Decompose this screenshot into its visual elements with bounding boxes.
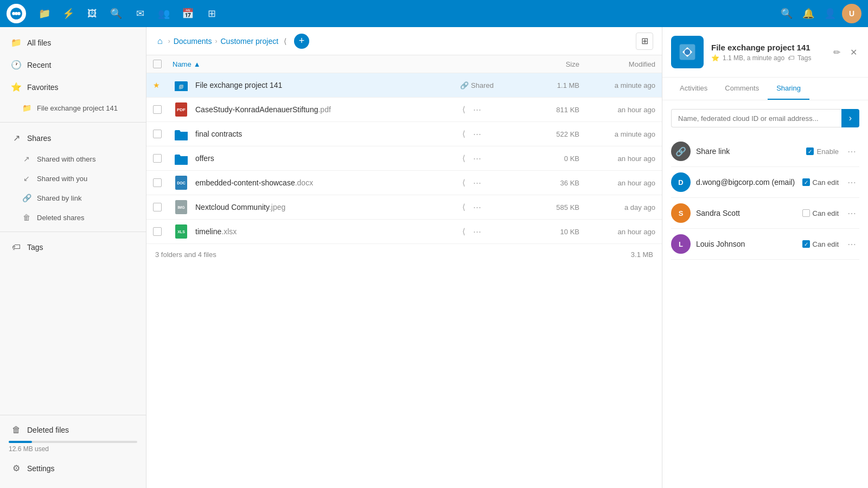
sidebar-item-deleted-shares[interactable]: 🗑 Deleted shares: [2, 208, 144, 227]
share-action-icon[interactable]: ⟨: [460, 224, 468, 239]
col-header-size[interactable]: Size: [525, 60, 579, 68]
sidebar-item-deleted-files[interactable]: 🗑 Deleted files: [2, 420, 144, 440]
file-meta-size-date: 1.1 MB, a minute ago: [723, 54, 784, 62]
share-action-icon[interactable]: ⟨: [460, 151, 468, 165]
can-edit-checkbox[interactable]: ✓: [802, 240, 810, 248]
breadcrumb-home[interactable]: ⌂: [155, 34, 165, 48]
files-nav-icon[interactable]: 📁: [35, 4, 54, 23]
search-nav-icon[interactable]: 🔍: [106, 4, 126, 23]
table-row[interactable]: final contracts ⟨ ⋯ 522 KB a minute ago: [146, 122, 662, 146]
breadcrumb-documents[interactable]: Documents: [174, 37, 212, 46]
file-checkbox[interactable]: [153, 154, 173, 163]
sidebar-label-deleted-files: Deleted files: [27, 426, 69, 434]
file-checkbox[interactable]: [153, 227, 173, 236]
fav-file-icon: 📁: [22, 104, 31, 112]
share-link-more-icon[interactable]: ⋯: [844, 145, 859, 158]
file-shared-status: ⟨ ⋯: [460, 151, 525, 165]
file-checkbox[interactable]: [153, 105, 173, 114]
sidebar-item-favorites[interactable]: ⭐ Favorites: [2, 76, 144, 98]
more-action-icon[interactable]: ⋯: [471, 151, 483, 165]
sidebar-item-shared-with-you[interactable]: ↙ Shared with you: [2, 169, 144, 188]
nav-right-actions: 🔍 🔔 👤 U: [777, 4, 861, 23]
global-search-icon[interactable]: 🔍: [777, 4, 796, 23]
user-more-icon[interactable]: ⋯: [844, 176, 859, 189]
mail-nav-icon[interactable]: ✉: [130, 4, 150, 23]
breadcrumb-project[interactable]: Customer project: [220, 37, 278, 46]
row-checkbox[interactable]: [153, 227, 162, 236]
user-avatar[interactable]: U: [842, 4, 861, 23]
file-info: offers: [173, 150, 460, 167]
row-checkbox[interactable]: [153, 178, 162, 187]
more-action-icon[interactable]: ⋯: [471, 176, 483, 190]
contacts-nav-icon[interactable]: 👥: [154, 4, 174, 23]
share-action-icon[interactable]: ⟨: [460, 176, 468, 190]
share-action-icon[interactable]: ⟨: [460, 200, 468, 214]
panel-edit-icon[interactable]: ✏: [833, 47, 840, 57]
sidebar: 📁 All files 🕐 Recent ⭐ Favorites 📁 File …: [0, 27, 146, 488]
row-checkbox[interactable]: [153, 154, 162, 163]
favorites-icon: ⭐: [11, 82, 22, 92]
apps-nav-icon[interactable]: ⊞: [202, 4, 221, 23]
table-row[interactable]: ★ 🔗 File exchange project 141 🔗Shared 1.…: [146, 73, 662, 98]
more-action-icon[interactable]: ⋯: [471, 102, 483, 117]
add-new-button[interactable]: +: [294, 34, 309, 49]
file-size: 522 KB: [525, 130, 579, 138]
sidebar-label-shared-link: Shared by link: [37, 194, 81, 202]
table-row[interactable]: DOC embedded-content-showcase.docx ⟨ ⋯ 3…: [146, 171, 662, 195]
enable-checkbox[interactable]: ✓: [806, 147, 814, 155]
table-row[interactable]: XLS timeline.xlsx ⟨ ⋯ 10 KB an hour ago: [146, 220, 662, 244]
row-checkbox[interactable]: [153, 130, 162, 138]
share-search-input[interactable]: [671, 109, 841, 127]
star-icon[interactable]: ★: [153, 81, 160, 89]
row-checkbox[interactable]: [153, 203, 162, 211]
top-navigation: 📁 ⚡ 🖼 🔍 ✉ 👥 📅 ⊞ 🔍 🔔 👤 U: [0, 0, 868, 27]
app-logo[interactable]: [7, 4, 26, 23]
share-submit-button[interactable]: ›: [841, 109, 859, 127]
share-action-icon[interactable]: ⟨: [460, 102, 468, 117]
sidebar-item-shares[interactable]: ↗ Shares: [2, 127, 144, 149]
sidebar-label-favorites: Favorites: [27, 83, 59, 92]
user-more-icon[interactable]: ⋯: [844, 238, 859, 251]
notifications-icon[interactable]: 🔔: [799, 4, 818, 23]
tab-comments[interactable]: Comments: [716, 78, 768, 100]
file-checkbox[interactable]: ★: [153, 81, 173, 89]
more-action-icon[interactable]: ⋯: [471, 200, 483, 214]
photos-nav-icon[interactable]: 🖼: [82, 4, 102, 23]
activity-nav-icon[interactable]: ⚡: [59, 4, 78, 23]
deleted-shares-icon: 🗑: [22, 213, 31, 222]
file-checkbox[interactable]: [153, 130, 173, 138]
table-row[interactable]: PDF CaseStudy-KonradAdenauerStiftung.pdf…: [146, 98, 662, 122]
col-header-modified[interactable]: Modified: [579, 60, 655, 68]
file-shared-status: ⟨ ⋯: [460, 224, 525, 239]
calendar-nav-icon[interactable]: 📅: [178, 4, 197, 23]
view-toggle-button[interactable]: ⊞: [636, 33, 653, 50]
table-row[interactable]: offers ⟨ ⋯ 0 KB an hour ago: [146, 146, 662, 171]
tags-icon: 🏷: [11, 242, 22, 252]
row-checkbox[interactable]: [153, 105, 162, 114]
can-edit-checkbox[interactable]: [802, 209, 810, 217]
col-header-name[interactable]: Name ▲: [173, 60, 460, 68]
sidebar-item-fav-file[interactable]: 📁 File exchange project 141: [2, 99, 144, 117]
breadcrumb-share-icon[interactable]: ⟨: [282, 37, 289, 46]
tab-sharing[interactable]: Sharing: [768, 78, 809, 100]
user-more-icon[interactable]: ⋯: [844, 207, 859, 220]
file-checkbox[interactable]: [153, 203, 173, 211]
user-menu-icon[interactable]: 👤: [820, 4, 840, 23]
right-panel-close-button[interactable]: ✕: [848, 45, 859, 60]
file-actions: ⟨ ⋯: [460, 224, 525, 239]
more-action-icon[interactable]: ⋯: [471, 224, 483, 239]
more-action-icon[interactable]: ⋯: [471, 127, 483, 141]
share-action-icon[interactable]: ⟨: [460, 127, 468, 141]
tab-activities[interactable]: Activities: [671, 78, 716, 100]
select-all-checkbox[interactable]: [153, 60, 173, 68]
sidebar-item-settings[interactable]: ⚙ Settings: [2, 458, 144, 479]
can-edit-checkbox[interactable]: ✓: [802, 178, 810, 186]
file-checkbox[interactable]: [153, 178, 173, 187]
sidebar-item-all-files[interactable]: 📁 All files: [2, 32, 144, 53]
sidebar-item-recent[interactable]: 🕐 Recent: [2, 54, 144, 75]
sidebar-item-shared-others[interactable]: ↗ Shared with others: [2, 150, 144, 168]
file-name: offers: [195, 154, 214, 163]
sidebar-item-tags[interactable]: 🏷 Tags: [2, 237, 144, 258]
table-row[interactable]: IMG Nextcloud Community.jpeg ⟨ ⋯ 585 KB …: [146, 195, 662, 220]
sidebar-item-shared-link[interactable]: 🔗 Shared by link: [2, 189, 144, 207]
